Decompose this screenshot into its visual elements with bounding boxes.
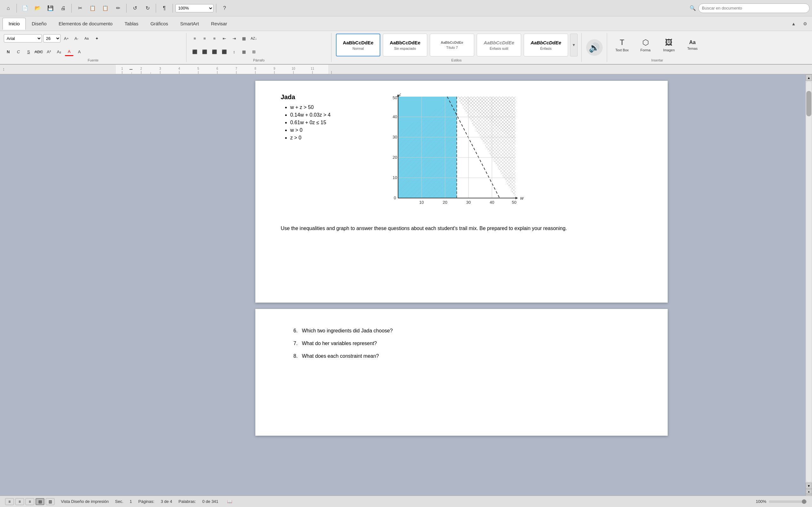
copy-btn[interactable]: 📋 <box>87 3 98 14</box>
ribbon-collapse-btn[interactable]: ▲ <box>789 19 798 28</box>
image-icon: 🖼 <box>665 38 673 47</box>
scroll-down-btn[interactable]: ▼ <box>806 483 812 489</box>
view-normal-btn[interactable]: ≡ <box>5 498 14 505</box>
style-enfasis[interactable]: AaBbCcDdEe Énfasis <box>524 34 568 56</box>
shape-label: Forma <box>641 48 651 52</box>
strikethrough-btn[interactable]: ABC <box>34 47 43 56</box>
decrease-indent-btn[interactable]: ⇤ <box>220 34 229 43</box>
section-label: Sec. <box>115 499 123 504</box>
dict-icon: 📖 <box>227 499 232 504</box>
scroll-step-up-btn[interactable]: ▲ <box>806 489 812 494</box>
new-btn[interactable]: 📄 <box>19 3 31 14</box>
font-case-btn[interactable]: Aa <box>82 34 91 43</box>
styles-section: AaBbCcDdEe Normal AaBbCcDdEe Sin espacia… <box>332 33 582 62</box>
align-left-btn[interactable]: ⬛ <box>190 47 199 56</box>
audio-btn[interactable]: 🔊 <box>586 39 603 56</box>
bullet-list-btn[interactable]: ≡ <box>190 34 199 43</box>
print-btn[interactable]: 🖨 <box>57 3 69 14</box>
svg-text:10: 10 <box>419 200 424 205</box>
image-btn[interactable]: 🖼 Imagen <box>658 34 680 56</box>
zoom-select[interactable]: 100% <box>175 4 213 12</box>
separator-3 <box>126 4 126 13</box>
home-btn[interactable]: ⌂ <box>3 3 14 14</box>
underline-btn[interactable]: S <box>24 47 33 56</box>
tab-elementos[interactable]: Elementos de documento <box>53 18 119 30</box>
paste-btn[interactable]: 📋 <box>100 3 111 14</box>
ribbon-settings-btn[interactable]: ⚙ <box>801 19 809 28</box>
align-right-btn[interactable]: ⬛ <box>210 47 219 56</box>
borders-btn[interactable]: ⊞ <box>249 47 258 56</box>
search-input[interactable] <box>699 3 809 13</box>
styles-expand-btn[interactable]: ▼ <box>570 34 577 56</box>
view-buttons: ≡ ≡ ≡ ▤ ▥ <box>5 498 55 505</box>
style-enfasis-name: Énfasis <box>540 47 552 50</box>
themes-btn[interactable]: Aa Temas <box>681 34 704 56</box>
image-label: Imagen <box>663 48 675 52</box>
style-normal-preview: AaBbCcDdEe <box>343 40 374 45</box>
font-color-btn[interactable]: A <box>65 47 73 56</box>
scroll-thumb[interactable] <box>806 91 811 116</box>
shading-btn[interactable]: ▦ <box>240 47 248 56</box>
line-spacing-btn[interactable]: ↕ <box>230 47 239 56</box>
shape-icon: ⬡ <box>642 38 649 47</box>
style-sin-espaciado[interactable]: AaBbCcDdEe Sin espaciado <box>383 34 427 56</box>
clear-format-btn[interactable]: ✦ <box>92 34 101 43</box>
view-print-btn[interactable]: ▤ <box>36 498 44 505</box>
zoom-thumb[interactable] <box>802 499 806 504</box>
justify-btn[interactable]: ⬛ <box>220 47 229 56</box>
ruler-icon: ↕ <box>3 66 5 72</box>
columns-btn[interactable]: ▦ <box>240 34 248 43</box>
tab-inicio[interactable]: Inicio <box>3 18 26 30</box>
view-outline-btn[interactable]: ≡ <box>15 498 24 505</box>
increase-indent-btn[interactable]: ⇥ <box>230 34 239 43</box>
ruler-background <box>0 65 812 74</box>
align-center-btn[interactable]: ⬛ <box>200 47 209 56</box>
sort-btn[interactable]: AZ↓ <box>249 34 258 43</box>
style-enfasis-sutil[interactable]: AaBbCcDdEe Énfasis sutil <box>477 34 521 56</box>
tab-tablas[interactable]: Tablas <box>119 18 144 30</box>
tab-smartart[interactable]: SmartArt <box>174 18 205 30</box>
svg-text:w: w <box>520 195 524 201</box>
zoom-slider[interactable] <box>769 500 807 503</box>
scroll-up-btn[interactable]: ▲ <box>806 74 812 81</box>
constraint-3: 0.61w + 0z ≤ 15 <box>290 120 376 125</box>
format-painter-btn[interactable]: ✏ <box>112 3 124 14</box>
tab-graficos[interactable]: Gráficos <box>144 18 174 30</box>
tab-diseno[interactable]: Diseño <box>26 18 53 30</box>
svg-text:50: 50 <box>512 200 516 205</box>
student-name: Jada <box>281 94 376 101</box>
highlight-btn[interactable]: A <box>75 47 84 56</box>
numbered-list-btn[interactable]: ≡ <box>200 34 209 43</box>
textbox-btn[interactable]: T Text Box <box>611 34 633 56</box>
font-family-select[interactable]: Arial <box>4 34 42 43</box>
svg-text:30: 30 <box>466 200 471 205</box>
tab-revisar[interactable]: Revisar <box>205 18 233 30</box>
font-size-select[interactable]: 26 <box>43 34 61 43</box>
para-label: Párrafo <box>253 57 264 62</box>
style-normal[interactable]: AaBbCcDdEe Normal <box>336 34 380 56</box>
undo-btn[interactable]: ↺ <box>129 3 141 14</box>
pilcrow-btn[interactable]: ¶ <box>159 3 170 14</box>
pages-label: Páginas: <box>138 499 154 504</box>
style-enfasis-sutil-preview: AaBbCcDdEe <box>484 40 514 45</box>
redo-btn[interactable]: ↻ <box>142 3 153 14</box>
shape-btn[interactable]: ⬡ Forma <box>635 34 657 56</box>
bold-btn[interactable]: N <box>4 47 13 56</box>
scroll-track[interactable] <box>806 81 811 482</box>
subscript-btn[interactable]: A₂ <box>55 47 63 56</box>
superscript-btn[interactable]: A² <box>44 47 53 56</box>
save-btn[interactable]: 💾 <box>45 3 56 14</box>
cut-btn[interactable]: ✂ <box>74 3 86 14</box>
themes-icon: Aa <box>689 40 696 45</box>
italic-btn[interactable]: C <box>14 47 23 56</box>
view-web-btn[interactable]: ▥ <box>46 498 55 505</box>
page-area[interactable]: Jada w + z > 50 0.14w + 0.03z > 4 0.61w … <box>117 74 806 499</box>
open-btn[interactable]: 📂 <box>32 3 44 14</box>
font-shrink-btn[interactable]: A- <box>72 34 81 43</box>
help-btn[interactable]: ? <box>219 3 230 14</box>
view-draft-btn[interactable]: ≡ <box>26 498 34 505</box>
multilevel-list-btn[interactable]: ≡ <box>210 34 219 43</box>
themes-label: Temas <box>687 47 698 50</box>
style-titulo7[interactable]: AaBbCcDdEe Título 7 <box>430 34 474 56</box>
font-grow-btn[interactable]: A+ <box>62 34 71 43</box>
